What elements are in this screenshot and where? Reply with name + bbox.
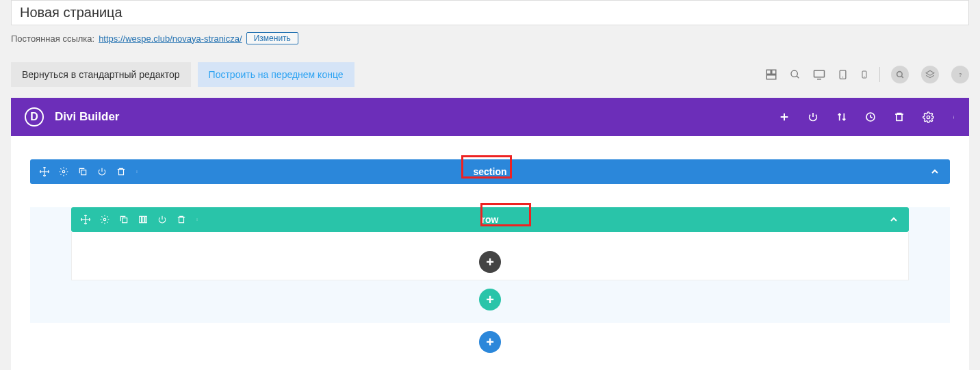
collapse-row-icon[interactable] <box>888 214 899 225</box>
return-standard-editor-button[interactable]: Вернуться в стандартный редактор <box>11 62 191 87</box>
svg-rect-39 <box>145 216 146 222</box>
toolbar-divider <box>879 67 880 82</box>
svg-rect-38 <box>142 216 144 222</box>
power-icon[interactable] <box>157 215 167 224</box>
svg-text:?: ? <box>959 72 962 78</box>
svg-rect-0 <box>766 70 771 74</box>
power-icon[interactable] <box>808 111 818 122</box>
svg-rect-1 <box>772 70 776 74</box>
phone-view-icon[interactable] <box>860 68 868 81</box>
trash-icon[interactable] <box>116 167 126 176</box>
gear-icon[interactable] <box>923 111 934 123</box>
svg-point-27 <box>62 170 65 173</box>
svg-point-23 <box>953 117 954 118</box>
duplicate-icon[interactable] <box>78 167 88 176</box>
more-icon[interactable] <box>952 111 955 123</box>
svg-marker-13 <box>926 70 934 75</box>
row-content-area: + <box>71 232 909 280</box>
svg-point-42 <box>197 220 198 220</box>
svg-point-35 <box>103 218 106 221</box>
svg-point-3 <box>791 70 797 77</box>
help-icon[interactable]: ? <box>951 66 969 83</box>
gear-icon[interactable] <box>100 215 109 224</box>
svg-point-41 <box>197 218 198 219</box>
collapse-section-icon[interactable] <box>929 166 940 177</box>
wireframe-view-icon[interactable] <box>765 68 777 81</box>
duplicate-icon[interactable] <box>119 215 129 224</box>
svg-rect-36 <box>122 218 127 223</box>
svg-rect-29 <box>119 170 124 175</box>
more-icon[interactable] <box>196 215 198 224</box>
svg-rect-20 <box>897 114 902 120</box>
svg-point-31 <box>137 172 138 172</box>
move-icon[interactable] <box>81 215 90 224</box>
search-icon[interactable] <box>891 66 909 83</box>
trash-icon[interactable] <box>177 215 186 224</box>
more-icon[interactable] <box>136 167 138 176</box>
desktop-view-icon[interactable] <box>813 68 825 81</box>
svg-line-4 <box>797 76 799 78</box>
svg-rect-5 <box>814 70 825 77</box>
divi-logo-icon: D <box>25 107 44 127</box>
svg-line-12 <box>901 76 903 78</box>
history-icon[interactable] <box>865 111 876 122</box>
zoom-view-icon[interactable] <box>790 69 801 80</box>
permalink-link[interactable]: https://wespe.club/novaya-stranicza/ <box>99 34 242 44</box>
page-title-input[interactable] <box>11 0 969 25</box>
trash-icon[interactable] <box>894 111 905 122</box>
permalink-row: Постоянная ссылка: https://wespe.club/no… <box>0 25 980 44</box>
section-bar[interactable]: section <box>30 159 950 184</box>
builder-header: D Divi Builder <box>11 98 969 136</box>
section-label: section <box>473 166 506 177</box>
svg-rect-40 <box>179 217 184 223</box>
svg-point-43 <box>197 220 198 221</box>
svg-point-22 <box>953 116 954 116</box>
add-section-button[interactable]: + <box>479 331 501 353</box>
builder-title: Divi Builder <box>55 110 779 124</box>
add-row-button[interactable]: + <box>479 289 501 310</box>
build-frontend-button[interactable]: Построить на переднем конце <box>198 62 354 87</box>
sliders-icon[interactable] <box>836 111 847 122</box>
add-module-button[interactable]: + <box>479 251 501 273</box>
layers-icon[interactable] <box>921 66 939 83</box>
permalink-edit-button[interactable]: Изменить <box>246 32 298 44</box>
svg-rect-37 <box>140 216 142 222</box>
svg-point-21 <box>927 116 929 118</box>
row-bar[interactable]: row <box>71 207 909 232</box>
svg-point-24 <box>953 118 954 118</box>
permalink-label: Постоянная ссылка: <box>11 34 94 44</box>
svg-rect-28 <box>81 170 86 175</box>
svg-rect-2 <box>766 75 776 79</box>
tablet-view-icon[interactable] <box>838 68 848 81</box>
columns-icon[interactable] <box>138 215 148 224</box>
row-label: row <box>482 214 499 225</box>
svg-point-11 <box>897 71 902 77</box>
svg-point-30 <box>137 170 138 171</box>
move-icon[interactable] <box>40 167 49 176</box>
svg-point-32 <box>137 172 138 173</box>
power-icon[interactable] <box>97 167 107 176</box>
gear-icon[interactable] <box>59 167 68 176</box>
add-icon[interactable] <box>779 111 790 122</box>
